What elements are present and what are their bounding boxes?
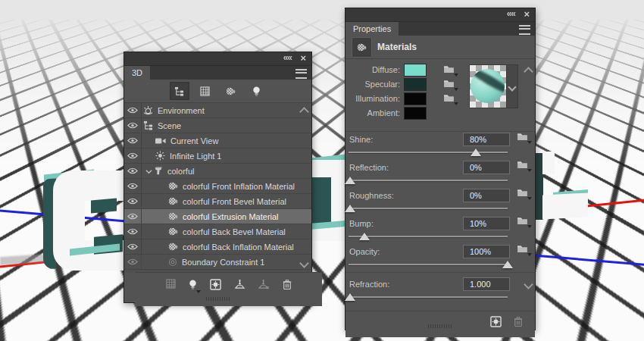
materials-header: Materials (345, 36, 535, 59)
bump-value-field[interactable]: 10% (463, 217, 510, 230)
mesh-object-icon (154, 166, 163, 176)
refraction-slider[interactable] (349, 296, 508, 298)
opacity-control: Opacity:100% (345, 244, 535, 272)
refraction-value-field[interactable]: 1.000 (463, 277, 510, 291)
eye-toggle[interactable] (124, 255, 142, 269)
resize-gripper[interactable] (428, 324, 452, 328)
opacity-slider[interactable] (349, 264, 508, 265)
filter-materials-icon[interactable] (221, 82, 241, 100)
eye-icon (127, 183, 138, 189)
filter-scene-icon[interactable] (170, 82, 189, 100)
eye-icon (127, 243, 138, 250)
close-panel-icon[interactable]: × (300, 52, 306, 64)
chevron-down-icon (527, 141, 532, 144)
list-item[interactable]: Current View (124, 133, 311, 149)
roughness-control: Roughness:0% (345, 188, 535, 216)
eye-toggle[interactable] (124, 194, 142, 208)
panel-menu-icon[interactable] (295, 69, 307, 79)
material-icon (168, 211, 178, 221)
shine-slider[interactable] (349, 152, 508, 153)
roughness-value-field[interactable]: 0% (463, 189, 510, 202)
close-panel-icon[interactable]: × (524, 8, 530, 20)
opacity-slider-thumb[interactable] (502, 261, 513, 268)
shine-value-field[interactable]: 80% (463, 133, 510, 146)
bulb-icon (189, 279, 197, 290)
eye-toggle[interactable] (124, 103, 142, 117)
eye-toggle[interactable] (124, 224, 142, 239)
eye-toggle[interactable] (124, 133, 142, 148)
resize-gripper[interactable] (206, 297, 230, 301)
roughness-slider-thumb[interactable] (345, 205, 355, 212)
eye-toggle[interactable] (124, 179, 142, 193)
specular-texture-folder[interactable] (443, 80, 455, 89)
filter-meshes-icon[interactable] (195, 82, 215, 100)
bump-label: Bump: (349, 219, 374, 228)
letter-right-face-bottom[interactable] (542, 192, 588, 219)
specular-swatch[interactable] (404, 78, 427, 91)
list-item-label: Environment (158, 106, 205, 115)
list-item[interactable]: colorful Front Inflation Material (124, 179, 311, 194)
env-box-icon (210, 279, 221, 290)
reflection-value-field[interactable]: 0% (463, 161, 510, 174)
letter-right-face-top[interactable] (542, 152, 555, 174)
new-material-button[interactable] (490, 316, 502, 329)
list-item[interactable]: Boundary Constraint 1 (124, 255, 311, 270)
panel-title-bar: «« × (345, 8, 535, 22)
letter-c-face[interactable] (53, 170, 129, 271)
reflection-slider[interactable] (349, 180, 508, 181)
bump-slider-thumb[interactable] (359, 233, 370, 240)
diffuse-swatch[interactable] (404, 64, 427, 77)
add-environment-button[interactable] (210, 279, 221, 292)
shine-slider-thumb[interactable] (470, 149, 481, 156)
material-icon (168, 196, 178, 206)
panel-menu-icon[interactable] (519, 25, 530, 35)
move-to-ground-button[interactable] (234, 279, 245, 291)
eye-toggle[interactable] (124, 209, 142, 224)
illumination-texture-folder[interactable] (443, 94, 455, 104)
illumination-label: Illumination: (345, 94, 400, 103)
eye-toggle[interactable] (124, 149, 142, 163)
list-item[interactable]: colorful Back Inflation Material (124, 239, 311, 255)
list-item[interactable]: colorful Back Bevel Material (124, 224, 311, 239)
tab-3d[interactable]: 3D (124, 66, 150, 80)
materials-icon (352, 37, 372, 58)
list-item[interactable]: colorful Extrusion Material (124, 209, 311, 224)
bump-texture-folder[interactable] (517, 217, 528, 227)
list-item[interactable]: colorful Front Bevel Material (124, 194, 311, 209)
list-item[interactable]: Environment (124, 103, 311, 118)
list-item[interactable]: Infinite Light 1 (124, 149, 311, 164)
specular-label: Specular: (345, 80, 400, 89)
add-light-button[interactable] (189, 279, 197, 292)
tab-properties[interactable]: Properties (345, 22, 399, 36)
list-item[interactable]: Scene (124, 118, 311, 133)
illumination-swatch[interactable] (404, 92, 427, 105)
opacity-texture-folder[interactable] (517, 245, 528, 255)
refraction-slider-thumb[interactable] (345, 293, 355, 301)
material-picker-dropdown[interactable] (506, 64, 518, 108)
eye-toggle[interactable] (124, 239, 142, 254)
reflection-texture-folder[interactable] (517, 161, 528, 170)
filter-lights-icon[interactable] (247, 82, 267, 100)
expand-chevron-icon[interactable] (145, 167, 152, 176)
opacity-value-field[interactable]: 100% (463, 245, 510, 258)
bump-slider[interactable] (349, 236, 508, 237)
roughness-texture-folder[interactable] (517, 189, 528, 199)
diffuse-texture-folder[interactable] (443, 65, 455, 75)
eye-toggle[interactable] (124, 164, 142, 178)
document-canvas[interactable] (0, 0, 644, 341)
roughness-slider[interactable] (349, 208, 508, 209)
delete-constraint-button (258, 279, 270, 291)
reflection-slider-thumb[interactable] (345, 177, 355, 184)
eye-icon (127, 198, 138, 205)
collapse-panel-icon[interactable]: «« (283, 52, 292, 63)
eye-toggle[interactable] (124, 118, 142, 133)
shine-texture-folder[interactable] (517, 133, 528, 142)
ambient-swatch[interactable] (404, 107, 427, 120)
material-icon (226, 86, 236, 96)
collapse-panel-icon[interactable]: «« (507, 8, 515, 19)
list-item-label: Boundary Constraint 1 (182, 258, 264, 267)
ground-stamp-icon (234, 279, 245, 289)
list-item[interactable]: colorful (124, 164, 311, 179)
material-preview-sphere[interactable] (469, 64, 507, 108)
delete-button[interactable] (283, 279, 292, 292)
